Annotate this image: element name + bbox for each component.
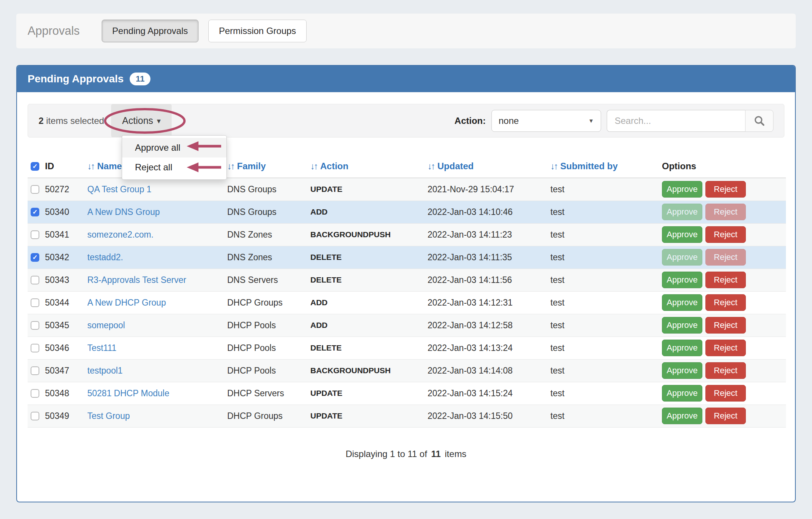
row-updated: 2022-Jan-03 14:13:24 bbox=[428, 343, 513, 353]
search-button[interactable] bbox=[745, 110, 773, 132]
reject-button[interactable]: Reject bbox=[705, 385, 746, 402]
row-submitted-by: test bbox=[550, 411, 564, 421]
pagination-status: Displaying 1 to 11 of 11 items bbox=[17, 449, 795, 459]
table-row: 50341somezone2.com.DNS ZonesBACKGROUNDPU… bbox=[28, 223, 786, 246]
row-action: DELETE bbox=[310, 343, 342, 352]
reject-button[interactable]: Reject bbox=[705, 340, 746, 356]
table-row: 50340A New DNS GroupDNS GroupsADD2022-Ja… bbox=[28, 201, 786, 223]
row-updated: 2022-Jan-03 14:10:46 bbox=[428, 207, 513, 217]
row-checkbox[interactable] bbox=[31, 208, 39, 216]
row-name-link[interactable]: R3-Approvals Test Server bbox=[87, 275, 186, 285]
tab-group: Pending ApprovalsPermission Groups bbox=[102, 20, 316, 42]
row-checkbox[interactable] bbox=[31, 253, 39, 262]
column-header-action[interactable]: ↓↑Action bbox=[310, 161, 428, 178]
row-id: 50340 bbox=[45, 207, 69, 217]
row-action: UPDATE bbox=[310, 411, 342, 420]
table-row: 50272QA Test Group 1DNS GroupsUPDATE2021… bbox=[28, 178, 786, 201]
search-input[interactable] bbox=[607, 110, 745, 132]
reject-button[interactable]: Reject bbox=[705, 294, 746, 311]
row-id: 50347 bbox=[45, 366, 69, 375]
row-name-link[interactable]: A New DNS Group bbox=[87, 207, 160, 217]
row-updated: 2022-Jan-03 14:14:08 bbox=[428, 366, 513, 375]
row-name-link[interactable]: testpool1 bbox=[87, 366, 122, 375]
row-checkbox[interactable] bbox=[31, 321, 39, 330]
row-action: ADD bbox=[310, 298, 328, 307]
select-all-checkbox[interactable] bbox=[31, 162, 39, 171]
selected-items-text: 2 items selected. bbox=[39, 116, 107, 126]
toolbar-right: Action: none ▼ bbox=[454, 110, 784, 132]
row-checkbox[interactable] bbox=[31, 389, 39, 398]
table-row: 50344A New DHCP GroupDHCP GroupsADD2022-… bbox=[28, 291, 786, 314]
row-updated: 2022-Jan-03 14:12:31 bbox=[428, 298, 513, 307]
row-name-link[interactable]: somezone2.com. bbox=[87, 230, 153, 239]
row-submitted-by: test bbox=[550, 343, 564, 353]
sort-icon: ↓↑ bbox=[87, 161, 94, 171]
row-checkbox[interactable] bbox=[31, 344, 39, 352]
row-name-link[interactable]: Test Group bbox=[87, 411, 130, 421]
row-checkbox[interactable] bbox=[31, 230, 39, 239]
column-header-family[interactable]: ↓↑Family bbox=[227, 161, 310, 178]
row-updated: 2021-Nov-29 15:04:17 bbox=[428, 184, 514, 194]
reject-button[interactable]: Reject bbox=[705, 226, 746, 243]
top-bar: Approvals Pending ApprovalsPermission Gr… bbox=[16, 14, 796, 48]
reject-button[interactable]: Reject bbox=[705, 408, 746, 424]
reject-button[interactable]: Reject bbox=[705, 272, 746, 288]
action-select[interactable]: none ▼ bbox=[491, 110, 601, 132]
approve-button[interactable]: Approve bbox=[662, 340, 702, 356]
row-action: BACKGROUNDPUSH bbox=[310, 366, 391, 375]
row-checkbox[interactable] bbox=[31, 276, 39, 284]
approve-button[interactable]: Approve bbox=[662, 294, 702, 311]
tab-pending-approvals[interactable]: Pending Approvals bbox=[102, 20, 198, 42]
approve-button[interactable]: Approve bbox=[662, 408, 702, 424]
row-submitted-by: test bbox=[550, 275, 564, 285]
table-row: 50346Test111DHCP PoolsDELETE2022-Jan-03 … bbox=[28, 337, 786, 359]
row-action: UPDATE bbox=[310, 389, 342, 397]
row-checkbox[interactable] bbox=[31, 412, 39, 420]
selected-count: 2 bbox=[39, 116, 43, 126]
approve-button[interactable]: Approve bbox=[662, 385, 702, 402]
column-header-submitted-by[interactable]: ↓↑Submitted by bbox=[550, 161, 662, 178]
row-name-link[interactable]: Test111 bbox=[87, 343, 116, 353]
table-row: 50347testpool1DHCP PoolsBACKGROUNDPUSH20… bbox=[28, 359, 786, 382]
row-name-link[interactable]: QA Test Group 1 bbox=[87, 184, 152, 194]
search-icon bbox=[754, 115, 765, 127]
reject-button[interactable]: Reject bbox=[705, 317, 746, 334]
row-action: ADD bbox=[310, 207, 328, 216]
table-row: 50342testadd2.DNS ZonesDELETE2022-Jan-03… bbox=[28, 246, 786, 269]
row-updated: 2022-Jan-03 14:11:23 bbox=[428, 230, 512, 239]
table-row: 50349Test GroupDHCP GroupsUPDATE2022-Jan… bbox=[28, 405, 786, 427]
row-checkbox[interactable] bbox=[31, 366, 39, 375]
column-label: Name bbox=[97, 161, 122, 171]
row-name-link[interactable]: testadd2. bbox=[87, 252, 123, 262]
approvals-page: Approvals Pending ApprovalsPermission Gr… bbox=[0, 0, 812, 519]
table-row: 50343R3-Approvals Test ServerDNS Servers… bbox=[28, 269, 786, 291]
menu-item-approve-all[interactable]: Approve all bbox=[122, 138, 226, 158]
row-id: 50342 bbox=[45, 252, 69, 262]
approve-button[interactable]: Approve bbox=[662, 272, 702, 288]
row-updated: 2022-Jan-03 14:11:56 bbox=[428, 275, 512, 285]
row-updated: 2022-Jan-03 14:15:24 bbox=[428, 388, 513, 398]
row-checkbox[interactable] bbox=[31, 185, 39, 194]
row-id: 50345 bbox=[45, 320, 69, 330]
approve-button[interactable]: Approve bbox=[662, 317, 702, 334]
reject-button[interactable]: Reject bbox=[705, 181, 746, 198]
actions-dropdown-button[interactable]: Actions ▾ bbox=[111, 104, 172, 137]
row-name-link[interactable]: somepool bbox=[87, 320, 125, 330]
approve-button[interactable]: Approve bbox=[662, 226, 702, 243]
approve-button[interactable]: Approve bbox=[662, 362, 702, 379]
row-checkbox[interactable] bbox=[31, 298, 39, 307]
row-name-link[interactable]: A New DHCP Group bbox=[87, 298, 166, 307]
column-header-updated[interactable]: ↓↑Updated bbox=[428, 161, 550, 178]
row-name-link[interactable]: 50281 DHCP Module bbox=[87, 388, 169, 398]
reject-button[interactable]: Reject bbox=[705, 362, 746, 379]
row-action: BACKGROUNDPUSH bbox=[310, 230, 391, 239]
actions-button-label: Actions bbox=[122, 115, 153, 126]
row-family: DHCP Groups bbox=[227, 411, 283, 421]
tab-permission-groups[interactable]: Permission Groups bbox=[208, 20, 307, 42]
row-family: DNS Zones bbox=[227, 252, 272, 262]
row-updated: 2022-Jan-03 14:12:58 bbox=[428, 320, 513, 330]
row-updated: 2022-Jan-03 14:11:35 bbox=[428, 252, 512, 262]
select-caret-icon: ▼ bbox=[588, 117, 594, 124]
approve-button[interactable]: Approve bbox=[662, 181, 702, 198]
menu-item-reject-all[interactable]: Reject all bbox=[122, 158, 226, 177]
